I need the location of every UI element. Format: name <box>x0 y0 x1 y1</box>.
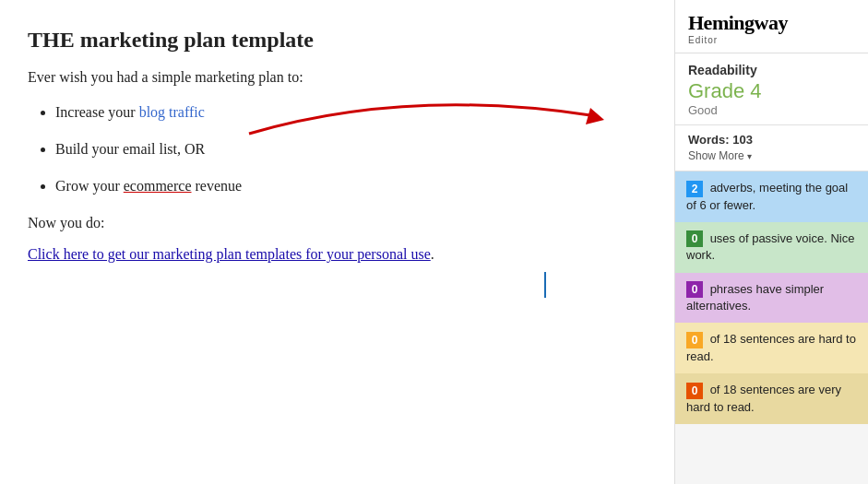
show-more-label: Show More <box>688 149 744 162</box>
intro-text: Ever wish you had a simple marketing pla… <box>28 69 637 86</box>
bullet-text-1: Increase your <box>55 104 139 120</box>
cta-paragraph: Click here to get our marketing plan tem… <box>28 246 637 263</box>
bullet-list: Increase your blog traffic Build your em… <box>28 104 637 195</box>
list-item: Build your email list, OR <box>55 141 637 158</box>
readability-label: Readability <box>688 63 855 77</box>
words-count-label: Words: 103 <box>688 133 855 147</box>
grade-value: Grade 4 <box>688 79 855 103</box>
list-item: Increase your blog traffic <box>55 104 637 121</box>
text-cursor <box>544 272 546 298</box>
words-section: Words: 103 Show More ▾ <box>675 125 868 171</box>
main-content: THE marketing plan template Ever wish yo… <box>0 0 674 484</box>
stat-card-simpler: 0 phrases have simpler alternatives. <box>675 273 868 324</box>
words-prefix: Words: <box>688 133 730 147</box>
adverbs-text: adverbs, meeting the goal of 6 or fewer. <box>686 181 848 212</box>
stat-card-adverbs: 2 adverbs, meeting the goal of 6 or fewe… <box>675 171 868 222</box>
stat-card-very-hard: 0 of 18 sentences are very hard to read. <box>675 373 868 424</box>
cta-period: . <box>431 246 434 262</box>
grade-description: Good <box>688 103 855 117</box>
hard-text: of 18 sentences are hard to read. <box>686 332 856 363</box>
readability-section: Readability Grade 4 Good <box>675 53 868 125</box>
cta-link[interactable]: Click here to get our marketing plan tem… <box>28 246 431 262</box>
simpler-text: phrases have simpler alternatives. <box>686 282 824 313</box>
hard-badge: 0 <box>686 332 703 348</box>
sidebar-header: Hemingway Editor <box>675 0 868 53</box>
bullet-text-3a: Grow your <box>55 178 124 194</box>
app-name: Hemingway <box>688 11 855 35</box>
show-more-button[interactable]: Show More ▾ <box>688 149 752 162</box>
sidebar: Hemingway Editor Readability Grade 4 Goo… <box>674 0 868 484</box>
stat-card-hard: 0 of 18 sentences are hard to read. <box>675 323 868 373</box>
stat-card-passive: 0 uses of passive voice. Nice work. <box>675 222 868 273</box>
passive-text: uses of passive voice. Nice work. <box>686 231 854 263</box>
blog-traffic-link[interactable]: blog traffic <box>139 104 205 120</box>
adverbs-badge: 2 <box>686 181 703 197</box>
bullet-text-2: Build your email list, OR <box>55 141 205 157</box>
app-subtitle: Editor <box>688 35 855 45</box>
ecommerce-link: ecommerce <box>124 178 192 194</box>
very-hard-text: of 18 sentences are very hard to read. <box>686 383 841 414</box>
passive-badge: 0 <box>686 230 703 247</box>
page-title: THE marketing plan template <box>28 28 637 53</box>
now-you-do-text: Now you do: <box>28 215 637 231</box>
simpler-badge: 0 <box>686 281 703 298</box>
chevron-down-icon: ▾ <box>747 151 752 161</box>
very-hard-badge: 0 <box>686 383 703 399</box>
words-count-value: 103 <box>732 133 753 147</box>
list-item: Grow your ecommerce revenue <box>55 178 637 195</box>
stat-cards: 2 adverbs, meeting the goal of 6 or fewe… <box>675 171 868 424</box>
bullet-text-3b: revenue <box>192 178 243 194</box>
